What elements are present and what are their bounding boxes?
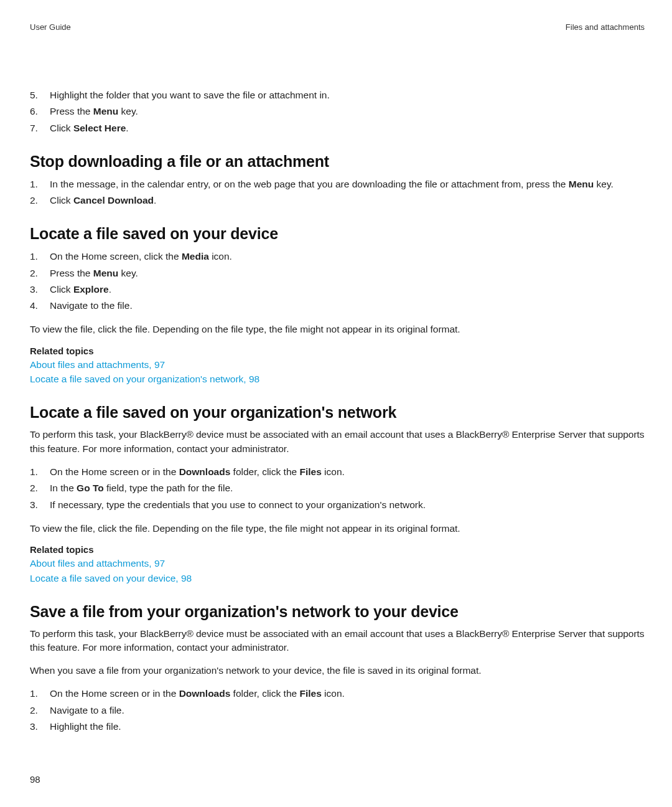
list-number: 1. bbox=[30, 686, 42, 701]
document-page: User Guide Files and attachments 5.Highl… bbox=[0, 0, 672, 807]
sec2-note: To view the file, click the file. Depend… bbox=[30, 323, 645, 336]
related-topic-link[interactable]: About files and attachments, 97 bbox=[30, 357, 645, 372]
list-text: Press the Menu key. bbox=[50, 266, 645, 280]
list-text: Click Explore. bbox=[50, 282, 645, 296]
list-item: 2.In the Go To field, type the path for … bbox=[30, 481, 645, 495]
continuation-list: 5.Highlight the folder that you want to … bbox=[30, 88, 645, 135]
list-text: In the message, in the calendar entry, o… bbox=[50, 177, 645, 191]
related-topics-label: Related topics bbox=[30, 544, 645, 555]
list-text: Highlight the folder that you want to sa… bbox=[50, 88, 645, 102]
list-item: 1.In the message, in the calendar entry,… bbox=[30, 177, 645, 191]
list-number: 3. bbox=[30, 282, 42, 296]
sec2-links: About files and attachments, 97Locate a … bbox=[30, 357, 645, 387]
section-title-stop-downloading: Stop downloading a file or an attachment bbox=[30, 153, 645, 171]
list-text: On the Home screen, click the Media icon… bbox=[50, 249, 645, 263]
list-item: 3.Highlight the file. bbox=[30, 719, 645, 734]
sec4-list: 1.On the Home screen or in the Downloads… bbox=[30, 686, 645, 734]
list-text: Click Cancel Download. bbox=[50, 193, 645, 207]
list-text: If necessary, type the credentials that … bbox=[50, 498, 645, 512]
list-number: 2. bbox=[30, 193, 42, 207]
list-item: 3.If necessary, type the credentials tha… bbox=[30, 498, 645, 512]
list-number: 7. bbox=[30, 121, 42, 135]
list-text: On the Home screen or in the Downloads f… bbox=[50, 686, 645, 701]
list-number: 1. bbox=[30, 249, 42, 263]
list-item: 7.Click Select Here. bbox=[30, 121, 645, 135]
sec4-para2: When you save a file from your organizat… bbox=[30, 664, 645, 677]
list-number: 4. bbox=[30, 298, 42, 313]
list-number: 2. bbox=[30, 481, 42, 495]
header-right: Files and attachments bbox=[566, 22, 645, 32]
list-number: 3. bbox=[30, 719, 42, 734]
list-text: Navigate to the file. bbox=[50, 298, 645, 313]
list-text: Press the Menu key. bbox=[50, 104, 645, 118]
list-text: On the Home screen or in the Downloads f… bbox=[50, 465, 645, 479]
list-item: 2.Navigate to a file. bbox=[30, 703, 645, 717]
list-number: 1. bbox=[30, 465, 42, 479]
related-topic-link[interactable]: About files and attachments, 97 bbox=[30, 556, 645, 570]
page-number: 98 bbox=[30, 774, 40, 785]
list-item: 1.On the Home screen, click the Media ic… bbox=[30, 249, 645, 263]
sec3-list: 1.On the Home screen or in the Downloads… bbox=[30, 465, 645, 512]
list-text: Click Select Here. bbox=[50, 121, 645, 135]
list-item: 1.On the Home screen or in the Downloads… bbox=[30, 686, 645, 701]
list-item: 2.Press the Menu key. bbox=[30, 266, 645, 280]
list-number: 5. bbox=[30, 88, 42, 102]
list-number: 2. bbox=[30, 703, 42, 717]
list-item: 4.Navigate to the file. bbox=[30, 298, 645, 313]
list-number: 1. bbox=[30, 177, 42, 191]
list-text: Navigate to a file. bbox=[50, 703, 645, 717]
list-number: 6. bbox=[30, 104, 42, 118]
list-text: Highlight the file. bbox=[50, 719, 645, 734]
list-item: 5.Highlight the folder that you want to … bbox=[30, 88, 645, 102]
list-item: 2.Click Cancel Download. bbox=[30, 193, 645, 207]
list-item: 1.On the Home screen or in the Downloads… bbox=[30, 465, 645, 479]
sec3-note: To view the file, click the file. Depend… bbox=[30, 522, 645, 536]
list-text: In the Go To field, type the path for th… bbox=[50, 481, 645, 495]
list-number: 3. bbox=[30, 498, 42, 512]
sec1-list: 1.In the message, in the calendar entry,… bbox=[30, 177, 645, 208]
sec2-list: 1.On the Home screen, click the Media ic… bbox=[30, 249, 645, 313]
header-left: User Guide bbox=[30, 22, 71, 32]
list-number: 2. bbox=[30, 266, 42, 280]
related-topic-link[interactable]: Locate a file saved on your device, 98 bbox=[30, 571, 645, 585]
sec4-intro: To perform this task, your BlackBerry® d… bbox=[30, 627, 645, 655]
sec3-intro: To perform this task, your BlackBerry® d… bbox=[30, 428, 645, 456]
section-title-locate-network: Locate a file saved on your organization… bbox=[30, 404, 645, 422]
section-title-save-network: Save a file from your organization's net… bbox=[30, 603, 645, 621]
list-item: 6.Press the Menu key. bbox=[30, 104, 645, 118]
list-item: 3.Click Explore. bbox=[30, 282, 645, 296]
related-topics-label: Related topics bbox=[30, 346, 645, 356]
related-topic-link[interactable]: Locate a file saved on your organization… bbox=[30, 372, 645, 386]
page-header: User Guide Files and attachments bbox=[30, 22, 645, 32]
section-title-locate-device: Locate a file saved on your device bbox=[30, 225, 645, 243]
sec3-links: About files and attachments, 97Locate a … bbox=[30, 556, 645, 585]
